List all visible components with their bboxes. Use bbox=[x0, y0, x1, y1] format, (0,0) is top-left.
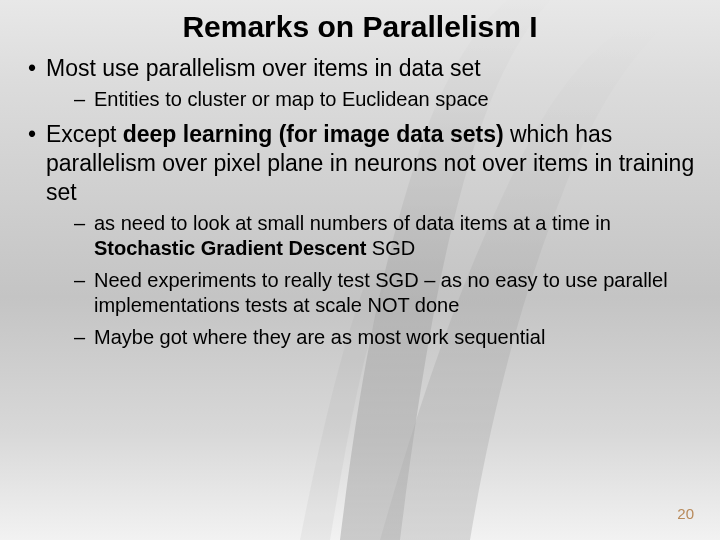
slide-title: Remarks on Parallelism I bbox=[22, 10, 698, 44]
sub-bullet-text: Entities to cluster or map to Euclidean … bbox=[94, 88, 489, 110]
sub-bullet-item: as need to look at small numbers of data… bbox=[46, 211, 698, 262]
bullet-text-bold: deep learning (for image data sets) bbox=[123, 121, 504, 147]
bullet-text-prefix: Except bbox=[46, 121, 123, 147]
page-number: 20 bbox=[677, 505, 694, 522]
sub-bullet-item: Entities to cluster or map to Euclidean … bbox=[46, 87, 698, 113]
bullet-item: Except deep learning (for image data set… bbox=[22, 120, 698, 350]
sub-bullet-item: Need experiments to really test SGD – as… bbox=[46, 268, 698, 319]
bullet-list: Most use parallelism over items in data … bbox=[22, 54, 698, 351]
sub-list: Entities to cluster or map to Euclidean … bbox=[46, 87, 698, 113]
sub-bullet-text: Maybe got where they are as most work se… bbox=[94, 326, 545, 348]
slide-content: Remarks on Parallelism I Most use parall… bbox=[0, 0, 720, 540]
sub-bullet-text-bold: Stochastic Gradient Descent bbox=[94, 237, 366, 259]
bullet-text: Most use parallelism over items in data … bbox=[46, 55, 481, 81]
bullet-item: Most use parallelism over items in data … bbox=[22, 54, 698, 112]
sub-list: as need to look at small numbers of data… bbox=[46, 211, 698, 351]
sub-bullet-text-suffix: SGD bbox=[366, 237, 415, 259]
sub-bullet-item: Maybe got where they are as most work se… bbox=[46, 325, 698, 351]
sub-bullet-text: Need experiments to really test SGD – as… bbox=[94, 269, 668, 317]
sub-bullet-text-prefix: as need to look at small numbers of data… bbox=[94, 212, 611, 234]
